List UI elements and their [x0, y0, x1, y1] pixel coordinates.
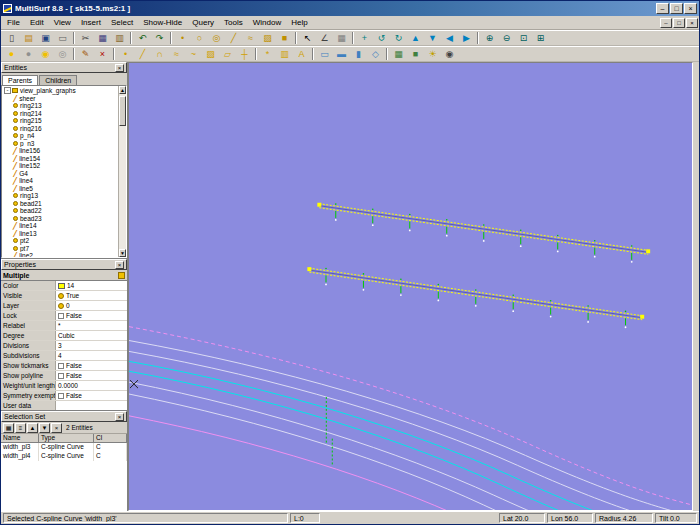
- zoom-all-button[interactable]: ⊞: [532, 31, 549, 45]
- copy-button[interactable]: ▦: [94, 31, 111, 45]
- close-icon[interactable]: ×: [115, 413, 124, 421]
- tree-item-line13[interactable]: ╱line13: [2, 230, 118, 238]
- scrollbar-thumb[interactable]: [119, 96, 126, 126]
- graph-entity-button[interactable]: ▥: [276, 47, 293, 61]
- close-icon[interactable]: ×: [115, 64, 124, 72]
- move-up-button[interactable]: ▲: [27, 423, 38, 433]
- select-arrow-button[interactable]: ↖: [299, 31, 316, 45]
- frame-entity-button[interactable]: ┼: [236, 47, 253, 61]
- viewport-canvas[interactable]: [129, 63, 692, 510]
- tree-item-line5[interactable]: ╱line5: [2, 185, 118, 193]
- tree-item-pt2[interactable]: pt2: [2, 237, 118, 245]
- point-tool-button[interactable]: •: [174, 31, 191, 45]
- grid-view-button[interactable]: ▦: [3, 423, 14, 433]
- surface-entity-button[interactable]: ▨: [202, 47, 219, 61]
- scroll-up-icon[interactable]: ▲: [119, 86, 126, 94]
- column-cl[interactable]: Cl: [94, 434, 127, 443]
- move-down-button[interactable]: ▼: [39, 423, 50, 433]
- tree-item-ring215[interactable]: ring215: [2, 117, 118, 125]
- plane-entity-button[interactable]: ▱: [219, 47, 236, 61]
- model-viewport[interactable]: [128, 62, 693, 511]
- line-tool-button[interactable]: ╱: [225, 31, 242, 45]
- measure-button[interactable]: ∠: [316, 31, 333, 45]
- property-value[interactable]: 14: [56, 281, 127, 290]
- scroll-down-icon[interactable]: ▼: [119, 249, 126, 257]
- undo-button[interactable]: ↶: [134, 31, 151, 45]
- scrollbar-track[interactable]: [119, 126, 126, 249]
- show-all-button[interactable]: ◉: [37, 47, 54, 61]
- menu-item-help[interactable]: Help: [286, 17, 312, 28]
- property-value[interactable]: False: [56, 371, 127, 380]
- tree-item-line156[interactable]: ╱line156: [2, 147, 118, 155]
- line-entity-button[interactable]: ╱: [134, 47, 151, 61]
- point-entity-button[interactable]: •: [117, 47, 134, 61]
- view-front-button[interactable]: ▭: [316, 47, 333, 61]
- property-value[interactable]: 0: [56, 301, 127, 310]
- menu-item-showhide[interactable]: Show-Hide: [138, 17, 187, 28]
- collapse-icon[interactable]: -: [4, 87, 11, 94]
- zoom-out-button[interactable]: ⊖: [498, 31, 515, 45]
- tree-item-line14[interactable]: ╱line14: [2, 222, 118, 230]
- property-value[interactable]: *: [56, 321, 127, 330]
- pan-view-button[interactable]: +: [356, 31, 373, 45]
- menu-item-view[interactable]: View: [49, 17, 76, 28]
- tree-item-ring213[interactable]: ring213: [2, 102, 118, 110]
- menu-item-select[interactable]: Select: [106, 17, 138, 28]
- tree-item-view_plank_graphs[interactable]: -view_plank_graphs: [2, 87, 118, 95]
- paste-button[interactable]: ▥: [111, 31, 128, 45]
- tree-item-ring13[interactable]: ring13: [2, 192, 118, 200]
- property-value[interactable]: 0.0000: [56, 381, 127, 390]
- ring-tool-button[interactable]: ◎: [208, 31, 225, 45]
- text-entity-button[interactable]: A: [293, 47, 310, 61]
- rotate-right-button[interactable]: ↻: [390, 31, 407, 45]
- arc-entity-button[interactable]: ∩: [151, 47, 168, 61]
- tree-item-ring216[interactable]: ring216: [2, 125, 118, 133]
- tree-item-p_n3[interactable]: p_n3: [2, 140, 118, 148]
- curve-entity-button[interactable]: ≈: [168, 47, 185, 61]
- tree-item-p_n4[interactable]: p_n4: [2, 132, 118, 140]
- show-entity-button[interactable]: ●: [3, 47, 20, 61]
- surface-tool-button[interactable]: ▨: [259, 31, 276, 45]
- zoom-in-button[interactable]: ⊕: [481, 31, 498, 45]
- redo-button[interactable]: ↷: [151, 31, 168, 45]
- view-right-button[interactable]: ▶: [458, 31, 475, 45]
- entity-tree-scrollbar[interactable]: ▲ ▼: [118, 86, 126, 257]
- open-file-button[interactable]: ▤: [20, 31, 37, 45]
- print-button[interactable]: ▭: [54, 31, 71, 45]
- new-file-button[interactable]: ▯: [3, 31, 20, 45]
- tree-item-line2[interactable]: ╱line2: [2, 252, 118, 257]
- property-value[interactable]: 3: [56, 341, 127, 350]
- delete-entity-button[interactable]: ×: [94, 47, 111, 61]
- table-row[interactable]: width_pl4C-spline CurveC: [1, 452, 127, 461]
- view-side-button[interactable]: ▮: [350, 47, 367, 61]
- checkbox-icon[interactable]: [58, 393, 64, 399]
- menu-item-window[interactable]: Window: [248, 17, 286, 28]
- cut-button[interactable]: ✂: [77, 31, 94, 45]
- tab-children[interactable]: Children: [39, 75, 77, 85]
- menu-item-tools[interactable]: Tools: [219, 17, 248, 28]
- hide-all-button[interactable]: ◎: [54, 47, 71, 61]
- solid-tool-button[interactable]: ■: [276, 31, 293, 45]
- maximize-button[interactable]: □: [670, 3, 683, 14]
- column-name[interactable]: Name: [1, 434, 39, 443]
- tree-item-line152[interactable]: ╱line152: [2, 162, 118, 170]
- mdi-minimize-button[interactable]: –: [660, 18, 672, 28]
- view-top-button[interactable]: ▬: [333, 47, 350, 61]
- menu-item-insert[interactable]: Insert: [76, 17, 106, 28]
- rotate-left-button[interactable]: ↺: [373, 31, 390, 45]
- minimize-button[interactable]: –: [656, 3, 669, 14]
- edit-entity-button[interactable]: ✎: [77, 47, 94, 61]
- checkbox-icon[interactable]: [58, 373, 64, 379]
- tree-item-pt7[interactable]: pt7: [2, 245, 118, 253]
- wireframe-button[interactable]: ▦: [390, 47, 407, 61]
- zoom-window-button[interactable]: ⊡: [515, 31, 532, 45]
- checkbox-icon[interactable]: [58, 313, 64, 319]
- close-button[interactable]: ×: [684, 3, 697, 14]
- menu-item-query[interactable]: Query: [187, 17, 219, 28]
- save-button[interactable]: ▣: [37, 31, 54, 45]
- camera-button[interactable]: ◉: [441, 47, 458, 61]
- table-row[interactable]: width_pl3C-spline CurveC: [1, 443, 127, 452]
- curve-tool-button[interactable]: ≈: [242, 31, 259, 45]
- property-value[interactable]: True: [56, 291, 127, 300]
- property-value[interactable]: False: [56, 311, 127, 320]
